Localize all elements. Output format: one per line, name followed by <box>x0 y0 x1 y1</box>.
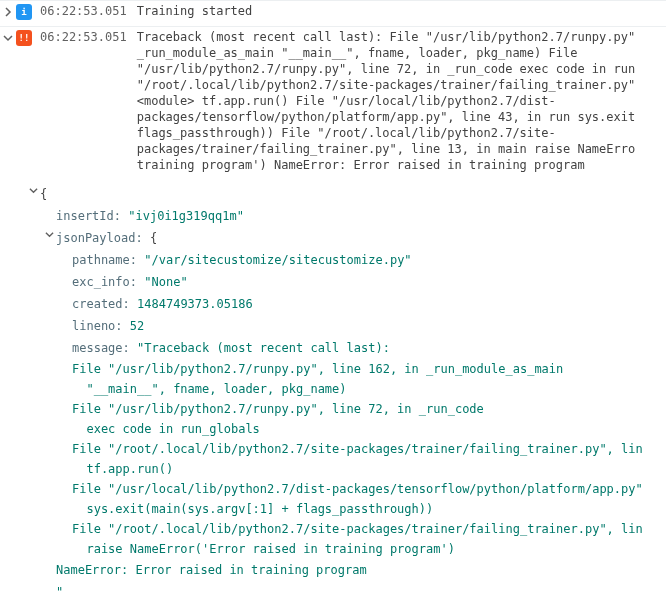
traceback-line: tf.app.run() <box>72 459 666 479</box>
log-entry[interactable]: !! 06:22:53.051 Traceback (most recent c… <box>0 26 666 179</box>
open-brace: { <box>40 184 47 204</box>
expanded-payload: { insertId: "ivj0i1g319qq1m" jsonPayload… <box>0 179 666 593</box>
traceback-line: raise NameError('Error raised in trainin… <box>72 539 666 559</box>
collapse-toggle[interactable] <box>42 230 56 239</box>
json-key: pathname: <box>72 250 137 270</box>
traceback-line: File "/usr/lib/python2.7/runpy.py", line… <box>72 359 666 379</box>
field-insertid[interactable]: insertId: "ivj0i1g319qq1m" <box>56 205 666 227</box>
severity-letter: !! <box>19 33 30 43</box>
traceback-line: exec code in run_globals <box>72 419 666 439</box>
field-lineno[interactable]: lineno: 52 <box>72 315 666 337</box>
collapse-toggle[interactable] <box>26 186 40 195</box>
collapse-toggle[interactable] <box>0 30 16 46</box>
log-message: Training started <box>137 3 666 19</box>
traceback-tail: NameError: Error raised in training prog… <box>56 560 367 580</box>
traceback-line: sys.exit(main(sys.argv[:1] + flags_passt… <box>72 499 666 519</box>
traceback-line: File "/root/.local/lib/python2.7/site-pa… <box>72 519 666 539</box>
field-created[interactable]: created: 1484749373.05186 <box>72 293 666 315</box>
log-message: Traceback (most recent call last): File … <box>137 29 666 173</box>
open-brace: { <box>150 228 157 248</box>
expand-toggle[interactable] <box>0 4 16 20</box>
json-key: lineno: <box>72 316 123 336</box>
json-key: jsonPayload: <box>56 228 143 248</box>
json-key: created: <box>72 294 130 314</box>
json-key: insertId: <box>56 206 121 226</box>
timestamp: 06:22:53.051 <box>40 29 137 45</box>
json-key: message: <box>72 338 130 358</box>
json-key: exc_info: <box>72 272 137 292</box>
log-entry[interactable]: i 06:22:53.051 Training started <box>0 0 666 26</box>
severity-badge-info: i <box>16 4 32 20</box>
severity-letter: i <box>21 7 26 17</box>
json-value: "None" <box>144 272 187 292</box>
field-jsonpayload[interactable]: jsonPayload: { <box>56 227 666 249</box>
traceback-block: File "/usr/lib/python2.7/runpy.py", line… <box>72 359 666 593</box>
field-pathname[interactable]: pathname: "/var/sitecustomize/sitecustom… <box>72 249 666 271</box>
traceback-line: File "/root/.local/lib/python2.7/site-pa… <box>72 439 666 459</box>
severity-badge-error: !! <box>16 30 32 46</box>
traceback-line: File "/usr/local/lib/python2.7/dist-pack… <box>72 479 666 499</box>
timestamp: 06:22:53.051 <box>40 3 137 19</box>
json-value: 52 <box>130 316 144 336</box>
field-message[interactable]: message: "Traceback (most recent call la… <box>72 337 666 359</box>
traceback-endquote: " <box>56 582 63 593</box>
json-value: "Traceback (most recent call last): <box>137 338 390 358</box>
json-value: "/var/sitecustomize/sitecustomize.py" <box>144 250 411 270</box>
field-excinfo[interactable]: exc_info: "None" <box>72 271 666 293</box>
traceback-line: File "/usr/lib/python2.7/runpy.py", line… <box>72 399 666 419</box>
json-value: "ivj0i1g319qq1m" <box>128 206 244 226</box>
json-value: 1484749373.05186 <box>137 294 253 314</box>
traceback-line: "__main__", fname, loader, pkg_name) <box>72 379 666 399</box>
